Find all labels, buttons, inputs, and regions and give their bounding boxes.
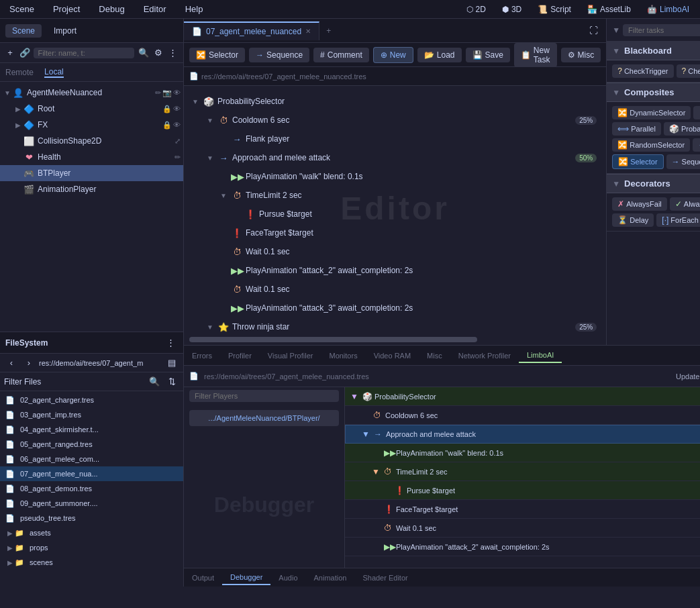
debug-item-pursue[interactable]: ▼ ❗ Pursue $target ⏱ 0.38 xyxy=(345,481,700,500)
settings-icon[interactable]: ⚙ xyxy=(152,46,164,60)
chip-delay[interactable]: ⏳ Delay xyxy=(612,213,654,227)
chip-probselector[interactable]: 🎲 ProbabilitySelector xyxy=(664,122,700,136)
tree-item-agent[interactable]: ▼ 👤 AgentMeleeNuanced ✏ 📷 👁 xyxy=(0,85,183,101)
chip-alwaysfail[interactable]: ✗ AlwaysFail xyxy=(612,197,667,211)
debug-item-probselector[interactable]: ▼ 🎲 ProbabilitySelector ⏱ 0.38 xyxy=(345,387,700,406)
fs-forward-icon[interactable]: › xyxy=(21,356,36,370)
fs-file-pseudo[interactable]: 📄pseudo_tree.tres xyxy=(0,511,183,525)
bt-node-playanim-walk[interactable]: ▶ ▶▶ PlayAnimation "walk" blend: 0.1s xyxy=(216,168,601,185)
local-tab[interactable]: Local xyxy=(44,67,64,78)
fs-file-08[interactable]: 📄08_agent_demon.tres xyxy=(0,481,183,496)
menu-scene[interactable]: Scene xyxy=(5,3,38,15)
composites-collapse-icon[interactable]: ▼ xyxy=(612,88,620,97)
menu-editor[interactable]: Editor xyxy=(140,3,170,15)
fs-search-icon[interactable]: 🔍 xyxy=(147,374,162,389)
menu-project[interactable]: Project xyxy=(49,3,84,15)
blackboard-filter-input[interactable] xyxy=(623,24,700,36)
tab-shader-editor[interactable]: Shader Editor xyxy=(354,571,415,585)
tab-animation[interactable]: Animation xyxy=(306,571,355,585)
fs-sort-icon[interactable]: ⇅ xyxy=(164,374,179,389)
fs-more-icon[interactable]: ⋮ xyxy=(163,336,178,350)
bt-node-wait1[interactable]: ▶ ⏱ Wait 0.1 sec xyxy=(216,243,601,260)
fullscreen-icon[interactable]: ⛶ xyxy=(586,23,601,38)
chip-checkvar[interactable]: ? CheckVar xyxy=(677,64,700,78)
fs-folder-assets[interactable]: ▶📁assets xyxy=(0,525,183,540)
tab-misc[interactable]: Misc xyxy=(419,349,450,362)
scene-filter-input[interactable] xyxy=(34,48,134,58)
bt-node-approach[interactable]: ▼ → Approach and melee attack 50% xyxy=(203,149,601,166)
tree-item-collision[interactable]: ▶ ⬜ CollisionShape2D ⤢ xyxy=(0,133,183,149)
tab-debugger[interactable]: Debugger xyxy=(222,570,270,585)
btn-3d[interactable]: ⬢ 3D xyxy=(497,3,527,16)
tab-profiler[interactable]: Profiler xyxy=(220,349,260,362)
chip-dynamicsequence[interactable]: → DynamicSequence xyxy=(693,106,700,119)
fs-back-icon[interactable]: ‹ xyxy=(4,356,19,370)
eye-icon[interactable]: 👁 xyxy=(173,105,181,113)
editor-tab-file[interactable]: 📄 07_agent_melee_nuanced ✕ xyxy=(184,21,319,40)
debug-item-approach[interactable]: ▼ → Approach and melee attack ⏱ 0.38 xyxy=(345,425,700,444)
chip-randomselector[interactable]: 🔀 RandomSelector xyxy=(612,138,690,152)
btn-limboai[interactable]: 🤖 LimboAI xyxy=(642,3,695,16)
bt-node-pursue[interactable]: ▶ ❗ Pursue $target xyxy=(230,205,601,223)
tab-limboai[interactable]: LimboAI xyxy=(519,348,562,363)
link-icon[interactable]: 🔗 xyxy=(19,46,31,60)
btn-save[interactable]: 💾 Save xyxy=(466,48,510,62)
tab-errors[interactable]: Errors xyxy=(184,349,220,362)
tree-item-root[interactable]: ▶ 🔷 Root 🔒 👁 xyxy=(0,101,183,117)
fs-file-05[interactable]: 📄05_agent_ranged.tres xyxy=(0,437,183,452)
remote-tab[interactable]: Remote xyxy=(5,68,34,77)
bt-node-probselector[interactable]: ▼ 🎲 ProbabilitySelector xyxy=(189,93,601,110)
bt-tree-scroll[interactable]: ▼ 🎲 ProbabilitySelector ▼ ⏱ Cooldown 6 s… xyxy=(184,86,606,345)
btn-sequence[interactable]: → Sequence xyxy=(249,48,309,62)
tab-network-profiler[interactable]: Network Profiler xyxy=(450,349,519,362)
more-icon[interactable]: ⋮ xyxy=(167,46,179,60)
menu-debug[interactable]: Debug xyxy=(95,3,128,15)
chip-randomsequence[interactable]: → RandomSequence xyxy=(693,138,700,152)
filter-players-input[interactable] xyxy=(189,390,339,402)
fs-file-09[interactable]: 📄09_agent_summoner.... xyxy=(0,496,183,511)
btn-new-task[interactable]: 📋 New Task xyxy=(514,43,557,67)
eye-icon[interactable]: 👁 xyxy=(173,89,181,97)
debug-item-facetarget[interactable]: ▼ ❗ FaceTarget $target 0.00 xyxy=(345,500,700,519)
chip-alwayssucceed[interactable]: ✓ AlwaysSucceed xyxy=(670,197,700,211)
fs-folder-scenes[interactable]: ▶📁scenes xyxy=(0,555,183,570)
chip-dynamicselector[interactable]: 🔀 DynamicSelector xyxy=(612,106,691,119)
tab-visual-profiler[interactable]: Visual Profiler xyxy=(260,349,321,362)
horizontal-scrollbar[interactable] xyxy=(189,337,477,342)
tab-close-icon[interactable]: ✕ xyxy=(305,28,311,35)
bt-node-facetarget[interactable]: ▶ ❗ FaceTarget $target xyxy=(216,224,601,242)
btn-misc[interactable]: ⚙ Misc xyxy=(561,48,601,62)
tree-item-btplayer[interactable]: ▶ 🎮 BTPlayer xyxy=(0,165,183,181)
tab-audio[interactable]: Audio xyxy=(270,571,305,585)
debug-item-cooldown[interactable]: ▼ ⏱ Cooldown 6 sec 0.00 xyxy=(345,406,700,425)
fs-file-03[interactable]: 📄03_agent_imp.tres xyxy=(0,407,183,422)
fs-view-icon[interactable]: ▤ xyxy=(164,356,179,370)
fs-folder-props[interactable]: ▶📁props xyxy=(0,540,183,555)
bt-node-playanim-attack3[interactable]: ▶ ▶▶ PlayAnimation "attack_3" await_comp… xyxy=(216,299,601,317)
btn-load[interactable]: 📂 Load xyxy=(417,48,462,62)
chip-foreach[interactable]: [·] ForEach xyxy=(656,213,700,227)
tree-item-animplayer[interactable]: ▶ 🎬 AnimationPlayer xyxy=(0,181,183,197)
tab-import[interactable]: Import xyxy=(47,24,83,38)
bt-node-throwstar[interactable]: ▼ ⭐ Throw ninja star 25% xyxy=(203,318,601,336)
search-icon[interactable]: 🔍 xyxy=(137,46,149,60)
bt-node-wait2[interactable]: ▶ ⏱ Wait 0.1 sec xyxy=(216,281,601,298)
bt-node-playanim-attack2[interactable]: ▶ ▶▶ PlayAnimation "attack_2" await_comp… xyxy=(216,262,601,279)
chip-parallel[interactable]: ⟺ Parallel xyxy=(612,122,661,136)
tab-video-ram[interactable]: Video RAM xyxy=(366,349,419,362)
debug-item-attack2[interactable]: ▼ ▶▶ PlayAnimation "attack_2" await_comp… xyxy=(345,538,700,556)
chip-checktrigger[interactable]: ? CheckTrigger xyxy=(612,64,673,78)
btn-comment[interactable]: # Comment xyxy=(313,48,369,62)
agent-path-button[interactable]: .../AgentMeleeNuanced/BTPlayer/ xyxy=(189,410,339,426)
bt-node-flank[interactable]: ▶ → Flank player xyxy=(216,130,601,148)
bt-node-timelimit[interactable]: ▼ ⏱ TimeLimit 2 sec xyxy=(216,187,601,204)
tab-monitors[interactable]: Monitors xyxy=(321,349,365,362)
chip-selector[interactable]: 🔀 Selector xyxy=(612,154,663,169)
eye-icon[interactable]: 👁 xyxy=(173,121,181,130)
fs-file-06[interactable]: 📄06_agent_melee_com... xyxy=(0,452,183,466)
tab-output[interactable]: Output xyxy=(184,571,222,585)
btn-2d[interactable]: ⬡ 2D xyxy=(461,3,491,16)
tree-item-health[interactable]: ▶ ❤ Health ✏ xyxy=(0,149,183,165)
bt-node-cooldown[interactable]: ▼ ⏱ Cooldown 6 sec 25% xyxy=(203,111,601,129)
btn-selector[interactable]: 🔀 Selector xyxy=(189,48,245,62)
